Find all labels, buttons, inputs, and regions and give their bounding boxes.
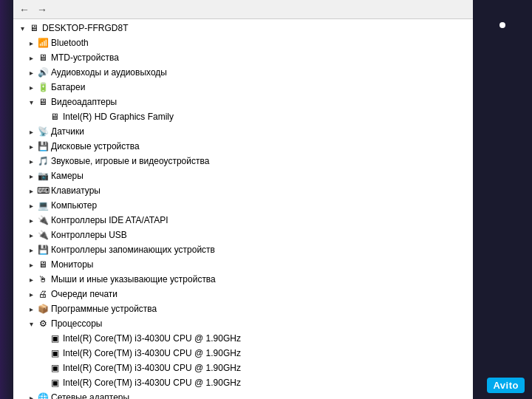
chevron-audio xyxy=(25,66,37,78)
chevron-diskdrives xyxy=(25,140,37,152)
tree-item-cpu2[interactable]: ▣ Intel(R) Core(TM) i3-4030U CPU @ 1.90G… xyxy=(13,346,473,361)
tree-root[interactable]: 🖥 DESKTOP-FFRGD8T xyxy=(13,21,473,35)
tree-item-keyboards[interactable]: ⌨ Клавиатуры xyxy=(13,183,473,198)
icon-mice: 🖱 xyxy=(37,273,49,285)
toolbar: ← → xyxy=(13,0,473,19)
chevron-cameras xyxy=(25,170,37,182)
back-button[interactable]: ← xyxy=(16,1,33,18)
avito-badge: Avito xyxy=(487,378,525,393)
label-mice: Мыши и иные указывающие устройства xyxy=(51,272,216,287)
root-chevron xyxy=(16,22,28,34)
tree-item-mtd[interactable]: 🖥 МТD-устройства xyxy=(13,50,473,65)
chevron-usb xyxy=(25,229,37,241)
icon-usb: 🔌 xyxy=(37,229,49,241)
label-cpu1: Intel(R) Core(TM) i3-4030U CPU @ 1.90GHz xyxy=(63,331,241,346)
label-gaming: Звуковые, игровые и видеоустройства xyxy=(51,154,209,168)
tree-item-mice[interactable]: 🖱 Мыши и иные указывающие устройства xyxy=(13,272,473,287)
tree-item-audio[interactable]: 🔊 Аудиовходы и аудиовыходы xyxy=(13,65,473,80)
tree-item-sensors[interactable]: 📡 Датчики xyxy=(13,124,473,139)
chevron-ide xyxy=(25,214,37,226)
chevron-computer xyxy=(25,200,37,211)
label-intel_gpu: Intel(R) HD Graphics Family xyxy=(63,109,174,124)
tree-item-computer[interactable]: 💻 Компьютер xyxy=(13,198,473,213)
label-cpu4: Intel(R) Core(TM) i3-4030U CPU @ 1.90GHz xyxy=(63,375,241,390)
label-storage_ctrl: Контроллеры запоминающих устройств xyxy=(51,242,215,257)
tree-item-cameras[interactable]: 📷 Камеры xyxy=(13,168,473,183)
chevron-mtd xyxy=(25,52,37,64)
icon-cameras: 📷 xyxy=(37,170,49,182)
chevron-netadapters xyxy=(25,392,37,399)
label-printqueue: Очереди печати xyxy=(51,287,117,301)
tree-item-software[interactable]: 📦 Программные устройства xyxy=(13,301,473,316)
chevron-monitors xyxy=(25,259,37,270)
tree-item-diskdrives[interactable]: 💾 Дисковые устройства xyxy=(13,139,473,154)
label-videoadapters: Видеоадаптеры xyxy=(51,95,117,109)
icon-storage_ctrl: 💾 xyxy=(37,244,49,256)
tree-item-printqueue[interactable]: 🖨 Очереди печати xyxy=(13,287,473,301)
label-diskdrives: Дисковые устройства xyxy=(51,139,140,154)
chevron-bluetooth xyxy=(25,37,37,49)
device-tree[interactable]: 🖥 DESKTOP-FFRGD8T 📶 Bluetooth 🖥 МТD-устр… xyxy=(13,19,473,399)
label-processors: Процессоры xyxy=(51,316,103,331)
chevron-printqueue xyxy=(25,288,37,300)
right-panel xyxy=(473,0,532,399)
chevron-processors xyxy=(25,318,37,330)
label-sensors: Датчики xyxy=(51,124,84,139)
label-audio: Аудиовходы и аудиовыходы xyxy=(51,65,167,80)
forward-button[interactable]: → xyxy=(34,1,50,18)
label-bluetooth: Bluetooth xyxy=(51,35,89,50)
left-edge xyxy=(0,0,13,399)
tree-item-storage_ctrl[interactable]: 💾 Контроллеры запоминающих устройств xyxy=(13,242,473,257)
chevron-videoadapters xyxy=(25,96,37,108)
label-cameras: Камеры xyxy=(51,168,83,183)
icon-bluetooth: 📶 xyxy=(37,37,49,49)
icon-cpu2: ▣ xyxy=(49,347,61,359)
tree-item-cpu3[interactable]: ▣ Intel(R) Core(TM) i3-4030U CPU @ 1.90G… xyxy=(13,361,473,375)
icon-computer: 💻 xyxy=(37,200,49,211)
root-label: DESKTOP-FFRGD8T xyxy=(42,21,128,35)
chevron-software xyxy=(25,303,37,315)
tree-item-gaming[interactable]: 🎵 Звуковые, игровые и видеоустройства xyxy=(13,154,473,168)
label-computer: Компьютер xyxy=(51,198,97,213)
icon-diskdrives: 💾 xyxy=(37,140,49,152)
tree-item-monitors[interactable]: 🖥 Мониторы xyxy=(13,257,473,272)
icon-audio: 🔊 xyxy=(37,66,49,78)
chevron-storage_ctrl xyxy=(25,244,37,256)
chevron-mice xyxy=(25,273,37,285)
label-software: Программные устройства xyxy=(51,301,157,316)
label-ide: Контроллеры IDE ATA/ATAPI xyxy=(51,213,168,228)
chevron-gaming xyxy=(25,155,37,167)
icon-intel_gpu: 🖥 xyxy=(49,111,61,123)
label-battery: Батареи xyxy=(51,80,85,95)
tree-item-intel_gpu[interactable]: 🖥 Intel(R) HD Graphics Family xyxy=(13,109,473,124)
chevron-keyboards xyxy=(25,185,37,197)
icon-mtd: 🖥 xyxy=(37,52,49,64)
label-netadapters: Сетевые адаптеры xyxy=(51,390,129,399)
label-mtd: МТD-устройства xyxy=(51,50,119,65)
computer-icon: 🖥 xyxy=(28,22,40,34)
tree-item-processors[interactable]: ⚙ Процессоры xyxy=(13,316,473,331)
tree-item-cpu1[interactable]: ▣ Intel(R) Core(TM) i3-4030U CPU @ 1.90G… xyxy=(13,331,473,346)
icon-cpu3: ▣ xyxy=(49,362,61,374)
tree-item-battery[interactable]: 🔋 Батареи xyxy=(13,80,473,95)
tree-item-usb[interactable]: 🔌 Контроллеры USB xyxy=(13,228,473,242)
icon-cpu4: ▣ xyxy=(49,377,61,389)
icon-battery: 🔋 xyxy=(37,81,49,93)
icon-keyboards: ⌨ xyxy=(37,185,49,197)
label-monitors: Мониторы xyxy=(51,257,93,272)
chevron-battery xyxy=(25,81,37,93)
label-cpu3: Intel(R) Core(TM) i3-4030U CPU @ 1.90GHz xyxy=(63,361,241,375)
tree-item-bluetooth[interactable]: 📶 Bluetooth xyxy=(13,35,473,50)
icon-sensors: 📡 xyxy=(37,126,49,137)
icon-ide: 🔌 xyxy=(37,214,49,226)
icon-videoadapters: 🖥 xyxy=(37,96,49,108)
tree-item-ide[interactable]: 🔌 Контроллеры IDE ATA/ATAPI xyxy=(13,213,473,228)
icon-printqueue: 🖨 xyxy=(37,288,49,300)
chevron-sensors xyxy=(25,126,37,137)
tree-item-videoadapters[interactable]: 🖥 Видеоадаптеры xyxy=(13,95,473,109)
tree-item-cpu4[interactable]: ▣ Intel(R) Core(TM) i3-4030U CPU @ 1.90G… xyxy=(13,375,473,390)
tree-item-netadapters[interactable]: 🌐 Сетевые адаптеры xyxy=(13,390,473,399)
icon-processors: ⚙ xyxy=(37,318,49,330)
white-dot xyxy=(499,22,505,28)
icon-gaming: 🎵 xyxy=(37,155,49,167)
